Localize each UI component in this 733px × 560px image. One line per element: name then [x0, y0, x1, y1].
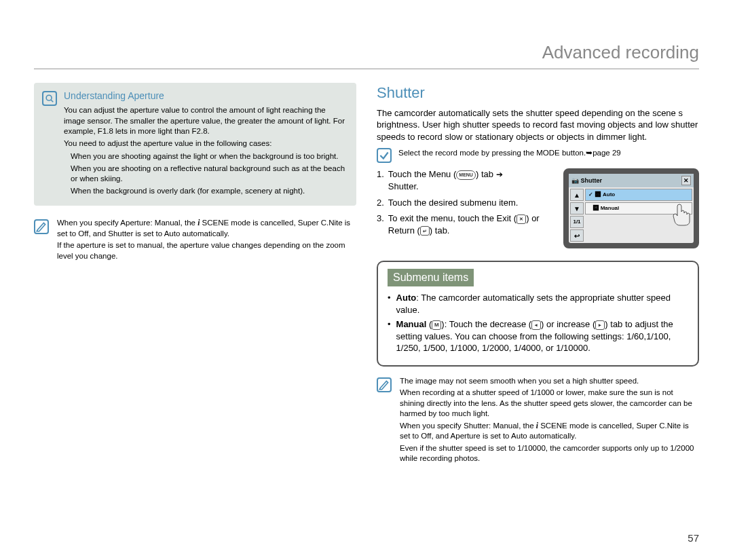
- arrow-icon: ➔: [496, 170, 503, 179]
- precheck: Select the record mode by pressing the M…: [377, 148, 699, 163]
- aperture-case-2: When you are shooting on a reflective na…: [64, 164, 348, 185]
- shutter-note-3: When you specify Shutter: Manual, the i …: [400, 421, 699, 442]
- aperture-info-title: Understanding Aperture: [64, 90, 348, 102]
- screen-header: 📷 Shutter ✕: [569, 174, 694, 187]
- precheck-text: Select the record mode by pressing the M…: [398, 148, 699, 159]
- shutter-notes: The image may not seem smooth when you s…: [377, 376, 699, 466]
- shutter-title: Shutter: [377, 83, 699, 103]
- shutter-note-4: Even if the shutter speed is set to 1/10…: [400, 443, 699, 464]
- page-header: Advanced recording: [34, 41, 699, 69]
- shutter-notes-text: The image may not seem smooth when you s…: [400, 376, 699, 466]
- aperture-p2: You need to adjust the aperture value in…: [64, 138, 348, 149]
- screen-page-btn: 1/1: [570, 216, 584, 228]
- aperture-info-box: Understanding Aperture You can adjust th…: [34, 83, 356, 206]
- submenu-title: Submenu items: [388, 269, 474, 286]
- submenu-items-box: Submenu items • Auto: The camcorder auto…: [377, 261, 699, 366]
- note-icon-2: [377, 377, 392, 392]
- page-number: 57: [688, 531, 699, 545]
- decrease-badge: ◂: [531, 320, 541, 330]
- note-icon: [34, 219, 49, 234]
- aperture-note: When you specify Aperture: Manual, the i…: [34, 218, 356, 263]
- manual-mode-icon: M: [432, 320, 441, 330]
- return-badge: ↵: [420, 226, 430, 236]
- left-column: Understanding Aperture You can adjust th…: [34, 83, 356, 474]
- check-icon: [377, 148, 392, 163]
- aperture-info-body: Understanding Aperture You can adjust th…: [64, 90, 348, 198]
- shutter-note-2: When recording at a shutter speed of 1/1…: [400, 388, 699, 419]
- screen-up-btn: ▲: [570, 189, 584, 201]
- submenu-manual: • Manual (M): Touch the decrease (◂) or …: [388, 318, 688, 354]
- increase-badge: ▸: [595, 320, 605, 330]
- magnifier-icon: [42, 91, 57, 106]
- svg-point-0: [46, 95, 52, 100]
- submenu-auto: • Auto: The camcorder automatically sets…: [388, 292, 688, 316]
- aperture-note-1: When you specify Aperture: Manual, the i…: [57, 218, 356, 239]
- aperture-cases: When you are shooting against the light …: [64, 151, 348, 196]
- step-3: 3. To exit the menu, touch the Exit (✕) …: [377, 212, 554, 236]
- content-columns: Understanding Aperture You can adjust th…: [34, 83, 699, 474]
- shutter-note-1: The image may not seem smooth when you s…: [400, 376, 699, 387]
- steps-list: 1. Touch the Menu (MENU) tab ➔ Shutter. …: [377, 168, 554, 240]
- close-badge: ✕: [516, 214, 526, 224]
- aperture-case-1: When you are shooting against the light …: [64, 151, 348, 162]
- aperture-p1: You can adjust the aperture value to con…: [64, 105, 348, 137]
- screen-item-auto: ✓ 🅰 Auto: [585, 189, 692, 201]
- svg-line-1: [51, 100, 53, 102]
- lcd-screen-mock: 📷 Shutter ✕ ▲ ✓ 🅰 Auto ▼: [563, 168, 699, 248]
- step-2: 2. Touch the desired submenu item.: [377, 197, 554, 209]
- aperture-case-3: When the background is overly dark (for …: [64, 186, 348, 197]
- page-title: Advanced recording: [542, 42, 699, 62]
- screen-item-manual: 🅼 Manual: [585, 202, 692, 214]
- aperture-note-2: If the aperture is set to manual, the ap…: [57, 240, 356, 261]
- screen-back-btn: ↩: [570, 229, 584, 242]
- screen-close-btn: ✕: [681, 176, 691, 185]
- aperture-note-text: When you specify Aperture: Manual, the i…: [57, 218, 356, 263]
- screen-down-btn: ▼: [570, 202, 584, 214]
- step-1: 1. Touch the Menu (MENU) tab ➔ Shutter.: [377, 168, 554, 192]
- right-column: Shutter The camcorder automatically sets…: [377, 83, 699, 474]
- menu-badge: MENU: [456, 170, 476, 180]
- shutter-intro: The camcorder automatically sets the shu…: [377, 107, 699, 143]
- steps-and-screen: 1. Touch the Menu (MENU) tab ➔ Shutter. …: [377, 168, 699, 248]
